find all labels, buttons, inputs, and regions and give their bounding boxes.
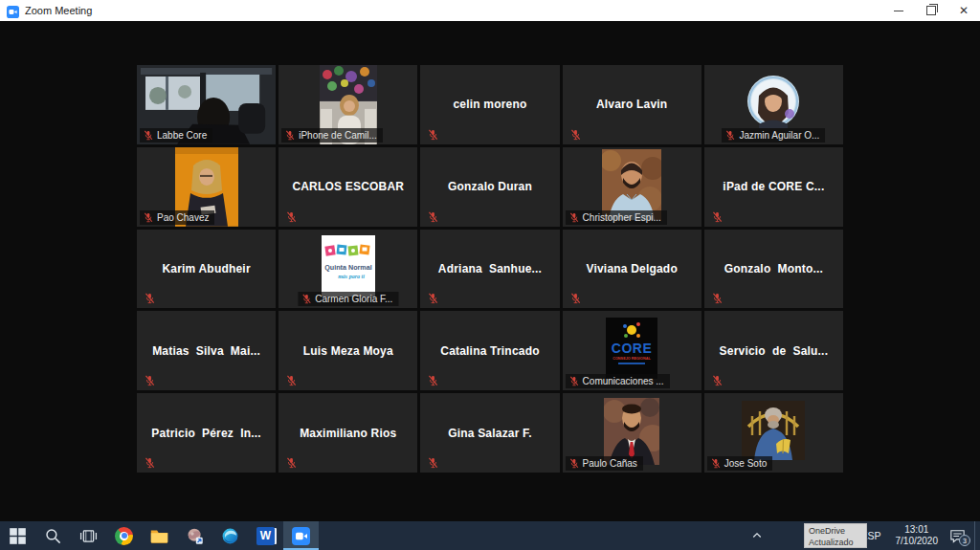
participant-tile-gonzalo-duran[interactable]: Gonzalo Duran xyxy=(420,147,559,227)
participant-name: Pao Chavez xyxy=(157,212,209,223)
participant-tile-gina-salazar-f[interactable]: Gina Salazar F. xyxy=(420,393,559,473)
participant-name: Jazmin Aguilar O... xyxy=(739,130,819,141)
participant-name: Adriana Sanhue... xyxy=(438,262,542,275)
participant-tile-gonzalo-monto[interactable]: Gonzalo Monto... xyxy=(704,230,843,309)
participant-name: Gina Salazar F. xyxy=(448,427,532,440)
taskbar-clock[interactable]: 13:01 7/10/2020 xyxy=(889,524,946,547)
muted-mic-icon xyxy=(145,375,155,386)
participant-tile-comunicaciones[interactable]: CORECONSEJO REGIONALComunicaciones ... xyxy=(563,311,702,390)
notification-count-badge: 3 xyxy=(959,535,970,546)
taskbar-edge-icon[interactable] xyxy=(212,521,248,550)
participant-tile-carlos-escobar[interactable]: CARLOS ESCOBAR xyxy=(278,147,417,227)
window-title-bar: Zoom Meeting ✕ xyxy=(0,0,980,21)
muted-mic-icon xyxy=(712,373,723,385)
muted-mic-icon xyxy=(286,209,297,221)
participant-tile-maximiliano-rios[interactable]: Maximiliano Rios xyxy=(278,393,417,473)
participant-tile-catalina-trincado[interactable]: Catalina Trincado xyxy=(420,311,559,390)
muted-mic-icon xyxy=(145,293,155,304)
participant-tile-alvaro-lavin[interactable]: Alvaro Lavin xyxy=(563,65,702,144)
muted-mic-icon xyxy=(285,130,295,141)
muted-mic-icon xyxy=(712,293,723,304)
man-suit-avatar xyxy=(604,398,659,465)
participant-tile-matias-silva-mai[interactable]: Matias Silva Mai... xyxy=(137,311,276,390)
participant-name-label: Comunicaciones ... xyxy=(566,374,670,388)
close-button[interactable]: ✕ xyxy=(947,0,980,21)
muted-mic-icon xyxy=(569,458,579,469)
participant-name: Gonzalo Monto... xyxy=(724,262,823,275)
participant-tile-celin-moreno[interactable]: celin moreno xyxy=(420,65,559,144)
participant-tile-christopher-espi[interactable]: Christopher Espi... xyxy=(563,147,702,227)
participant-name-label: Paulo Cañas xyxy=(566,456,643,471)
muted-mic-icon xyxy=(428,457,438,469)
muted-mic-icon xyxy=(570,293,581,304)
participant-tile-jose-soto[interactable]: Jose Soto xyxy=(704,393,843,473)
svg-text:CONSEJO REGIONAL: CONSEJO REGIONAL xyxy=(612,357,651,361)
participant-name: Viviana Delgado xyxy=(586,262,677,275)
participant-name-label: Christopher Espi... xyxy=(566,210,667,225)
participant-name: Catalina Trincado xyxy=(440,344,539,358)
hidden-icons-chevron[interactable] xyxy=(747,530,767,541)
svg-text:más para ti: más para ti xyxy=(338,274,365,279)
minimize-button[interactable] xyxy=(882,0,915,21)
show-desktop-button[interactable] xyxy=(974,521,980,550)
participant-tile-carmen-gloria-f[interactable]: Quinta Normalmás para tiCarmen Gloria F.… xyxy=(278,230,417,309)
participant-tile-ipad-de-core-c[interactable]: iPad de CORE C... xyxy=(704,147,843,227)
participant-name: iPhone de Camil... xyxy=(299,130,377,141)
participant-tile-luis-meza-moya[interactable]: Luis Meza Moya xyxy=(278,311,417,390)
participant-name: Maximiliano Rios xyxy=(300,427,396,440)
taskbar-zoom-icon[interactable] xyxy=(283,521,319,550)
muted-mic-icon xyxy=(428,373,438,385)
participant-tile-labbe-core[interactable]: Labbe Core xyxy=(137,65,276,144)
muted-mic-icon xyxy=(301,294,311,304)
taskbar-word-icon[interactable]: W xyxy=(248,521,283,550)
taskbar-search-icon[interactable] xyxy=(35,521,71,550)
taskbar-start-icon[interactable] xyxy=(0,521,35,550)
restore-button[interactable] xyxy=(915,0,947,21)
muted-mic-icon xyxy=(569,212,579,223)
taskbar-task-view-icon[interactable] xyxy=(71,521,106,550)
participant-tile-patricio-p-rez-in[interactable]: Patricio Pérez In... xyxy=(137,393,276,473)
participant-name: Patricio Pérez In... xyxy=(151,427,260,440)
participant-tile-iphone-de-camil[interactable]: iPhone de Camil... xyxy=(278,65,417,144)
taskbar-chrome-icon[interactable] xyxy=(106,521,142,550)
muted-mic-icon xyxy=(428,455,438,467)
muted-mic-icon xyxy=(145,291,155,302)
participant-name: Gonzalo Duran xyxy=(448,180,532,193)
muted-mic-icon xyxy=(286,373,297,385)
participant-tile-viviana-delgado[interactable]: Viviana Delgado xyxy=(563,230,702,309)
taskbar-file-explorer-icon[interactable] xyxy=(142,521,177,550)
muted-mic-icon xyxy=(145,373,155,385)
participant-tile-karim-abudheir[interactable]: Karim Abudheir xyxy=(137,230,276,309)
muted-mic-icon xyxy=(428,375,438,386)
muted-mic-icon xyxy=(145,457,155,469)
muted-mic-icon xyxy=(570,129,581,141)
muted-mic-icon xyxy=(712,375,723,386)
zoom-meeting-canvas: Labbe CoreiPhone de Camil...celin moreno… xyxy=(0,21,980,521)
participant-gallery-grid: Labbe CoreiPhone de Camil...celin moreno… xyxy=(137,65,843,473)
participant-tile-paulo-ca-as[interactable]: Paulo Cañas xyxy=(563,393,702,473)
muted-mic-icon xyxy=(428,129,438,141)
muted-mic-icon xyxy=(286,211,297,223)
muted-mic-icon xyxy=(144,130,153,141)
muted-mic-icon xyxy=(712,211,723,223)
participant-name-label: Labbe Core xyxy=(140,128,212,143)
quinta-normal-avatar: Quinta Normalmás para ti xyxy=(322,235,375,297)
participant-name: Karim Abudheir xyxy=(162,262,250,275)
participant-tile-jazmin-aguilar-o[interactable]: Jazmin Aguilar O... xyxy=(704,65,843,144)
participant-name: Alvaro Lavin xyxy=(596,98,667,111)
system-tray: OneDrive Actualizado ESP 13:01 7/10/2020… xyxy=(747,521,980,550)
action-center-icon[interactable]: 3 xyxy=(945,521,974,550)
taskbar-pinned-app-icon[interactable] xyxy=(177,521,212,550)
muted-mic-icon xyxy=(286,455,297,467)
participant-tile-servicio-de-salu[interactable]: Servicio de Salu... xyxy=(704,311,843,390)
participant-tile-pao-chavez[interactable]: Pao Chavez xyxy=(137,147,276,227)
participant-name: Comunicaciones ... xyxy=(583,376,664,386)
muted-mic-icon xyxy=(144,212,153,223)
muted-mic-icon xyxy=(712,291,723,302)
core-logo-avatar: CORECONSEJO REGIONAL xyxy=(606,318,657,379)
participant-name: Matias Silva Mai... xyxy=(152,344,260,358)
participant-name: iPad de CORE C... xyxy=(723,180,824,193)
muted-mic-icon xyxy=(725,130,735,141)
participant-tile-adriana-sanhue[interactable]: Adriana Sanhue... xyxy=(420,230,559,309)
participant-name: Paulo Cañas xyxy=(583,458,637,469)
